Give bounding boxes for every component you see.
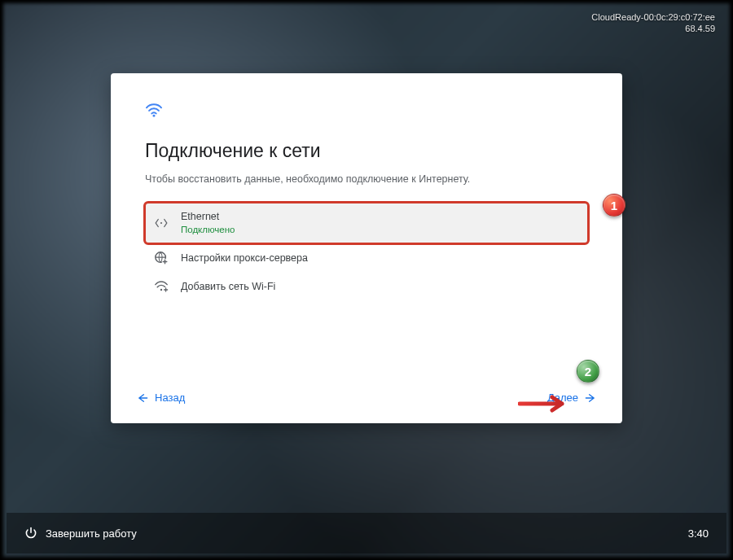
annotation-badge-2-text: 2 (585, 365, 591, 378)
os-version: 68.4.59 (591, 23, 715, 34)
annotation-badge-2: 2 (577, 360, 599, 383)
svg-point-0 (153, 115, 156, 117)
hostname: CloudReady-00:0c:29:c0:72:ee (591, 11, 715, 23)
globe-plus-icon (153, 251, 169, 265)
arrow-right-icon (585, 393, 596, 403)
power-icon (24, 527, 37, 540)
back-label: Назад (155, 392, 185, 404)
network-item-ethernet[interactable]: Ethernet Подключено (145, 203, 588, 243)
svg-point-1 (160, 222, 162, 224)
annotation-badge-1-text: 1 (611, 199, 617, 212)
network-item-add-wifi[interactable]: Добавить сеть Wi-Fi (145, 273, 588, 300)
ethernet-status: Подключено (181, 224, 235, 237)
overlay: CloudReady-00:0c:29:c0:72:ee 68.4.59 Под… (3, 3, 730, 557)
card-footer: Назад Далее (111, 375, 622, 423)
network-item-proxy[interactable]: Настройки прокси-сервера (145, 243, 588, 273)
annotation-badge-1: 1 (603, 194, 625, 217)
page-title: Подключение к сети (145, 140, 588, 162)
ethernet-icon (153, 217, 169, 229)
wifi-icon (145, 103, 588, 117)
network-list: Ethernet Подключено (145, 203, 588, 300)
next-label: Далее (547, 392, 578, 404)
system-info: CloudReady-00:0c:29:c0:72:ee 68.4.59 (591, 11, 715, 35)
network-setup-card: Подключение к сети Чтобы восстановить да… (111, 73, 622, 423)
card-body: Подключение к сети Чтобы восстановить да… (111, 73, 622, 375)
add-wifi-label: Добавить сеть Wi-Fi (181, 281, 275, 292)
next-button[interactable]: Далее (541, 387, 603, 409)
svg-point-4 (160, 289, 162, 291)
taskbar: Завершить работу 3:40 (7, 513, 726, 553)
page-subtitle: Чтобы восстановить данные, необходимо по… (145, 173, 588, 185)
back-button[interactable]: Назад (130, 387, 191, 409)
ethernet-label: Ethernet (181, 210, 235, 224)
arrow-left-icon (137, 393, 148, 403)
wifi-plus-icon (153, 280, 169, 293)
taskbar-clock[interactable]: 3:40 (688, 527, 709, 540)
shutdown-label: Завершить работу (46, 527, 137, 540)
shutdown-button[interactable]: Завершить работу (24, 527, 137, 540)
proxy-label: Настройки прокси-сервера (181, 252, 308, 264)
app-frame: CloudReady-00:0c:29:c0:72:ee 68.4.59 Под… (0, 0, 733, 560)
